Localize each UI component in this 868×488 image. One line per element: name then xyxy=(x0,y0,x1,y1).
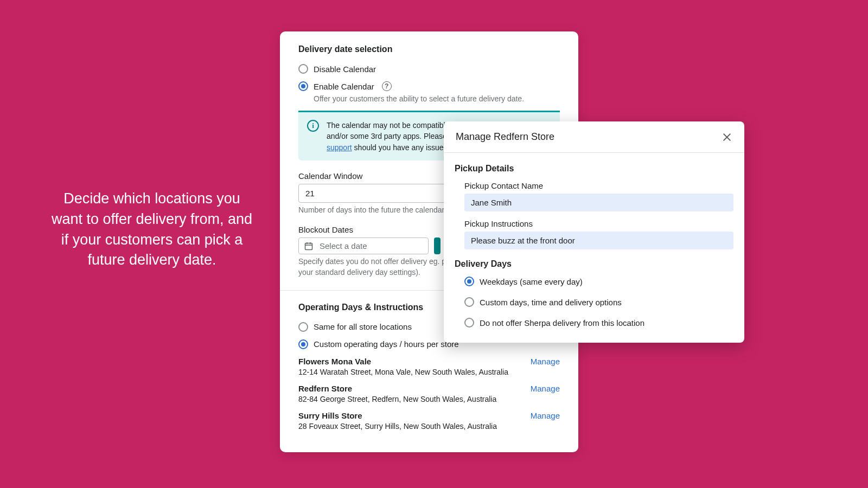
store-row: Surry Hills Store 28 Foveaux Street, Sur… xyxy=(298,411,560,431)
store-name: Redfern Store xyxy=(298,384,496,393)
delivery-date-title: Delivery date selection xyxy=(298,44,560,54)
radio-icon xyxy=(298,64,308,74)
manage-link[interactable]: Manage xyxy=(531,411,560,420)
radio-icon xyxy=(298,81,308,91)
add-date-button[interactable] xyxy=(434,237,441,254)
radio-label: Do not offer Sherpa delivery from this l… xyxy=(480,318,644,328)
radio-icon xyxy=(464,318,474,328)
contact-name-input[interactable] xyxy=(464,194,733,211)
radio-label: Custom days, time and delivery options xyxy=(480,298,622,307)
radio-enable-calendar[interactable]: Enable Calendar ? xyxy=(298,81,560,91)
store-row: Flowers Mona Vale 12-14 Waratah Street, … xyxy=(298,357,560,376)
store-name: Surry Hills Store xyxy=(298,411,497,420)
radio-label: Enable Calendar xyxy=(314,82,374,91)
svg-rect-0 xyxy=(305,243,312,249)
radio-icon xyxy=(298,322,308,332)
pickup-details-title: Pickup Details xyxy=(455,164,733,174)
radio-no-delivery[interactable]: Do not offer Sherpa delivery from this l… xyxy=(464,318,733,328)
radio-label: Same for all store locations xyxy=(314,322,412,331)
manage-store-modal: Manage Redfern Store Pickup Details Pick… xyxy=(444,121,744,343)
manage-link[interactable]: Manage xyxy=(531,357,560,366)
store-address: 12-14 Waratah Street, Mona Vale, New Sou… xyxy=(298,368,508,376)
radio-weekdays[interactable]: Weekdays (same every day) xyxy=(464,277,733,286)
radio-icon xyxy=(298,339,308,349)
store-name: Flowers Mona Vale xyxy=(298,357,508,366)
blockout-date-input[interactable]: Select a date xyxy=(298,237,429,254)
manage-link[interactable]: Manage xyxy=(531,384,560,393)
calendar-icon xyxy=(304,242,313,251)
radio-custom-days[interactable]: Custom days, time and delivery options xyxy=(464,297,733,307)
help-icon[interactable]: ? xyxy=(382,81,392,91)
radio-icon xyxy=(464,297,474,307)
radio-label: Disable Calendar xyxy=(314,65,376,74)
store-address: 82-84 George Street, Redfern, New South … xyxy=(298,395,496,403)
enable-help-text: Offer your customers the ability to sele… xyxy=(314,94,560,103)
close-icon[interactable] xyxy=(722,132,732,143)
support-link[interactable]: support xyxy=(327,143,352,152)
modal-title: Manage Redfern Store xyxy=(456,131,554,143)
info-icon: i xyxy=(307,120,319,132)
banner-text: The calendar may not be compatible and/o… xyxy=(327,120,449,153)
store-address: 28 Foveaux Street, Surry Hills, New Sout… xyxy=(298,422,497,431)
instructions-input[interactable] xyxy=(464,232,733,249)
radio-label: Weekdays (same every day) xyxy=(480,277,583,286)
date-placeholder: Select a date xyxy=(320,241,367,251)
promo-text: Decide which locations you want to offer… xyxy=(46,189,258,271)
contact-name-label: Pickup Contact Name xyxy=(464,181,733,190)
radio-label: Custom operating days / hours per store xyxy=(314,339,459,349)
radio-icon xyxy=(464,277,474,286)
delivery-days-title: Delivery Days xyxy=(455,259,733,269)
store-row: Redfern Store 82-84 George Street, Redfe… xyxy=(298,384,560,403)
radio-disable-calendar[interactable]: Disable Calendar xyxy=(298,64,560,74)
instructions-label: Pickup Instructions xyxy=(464,219,733,228)
